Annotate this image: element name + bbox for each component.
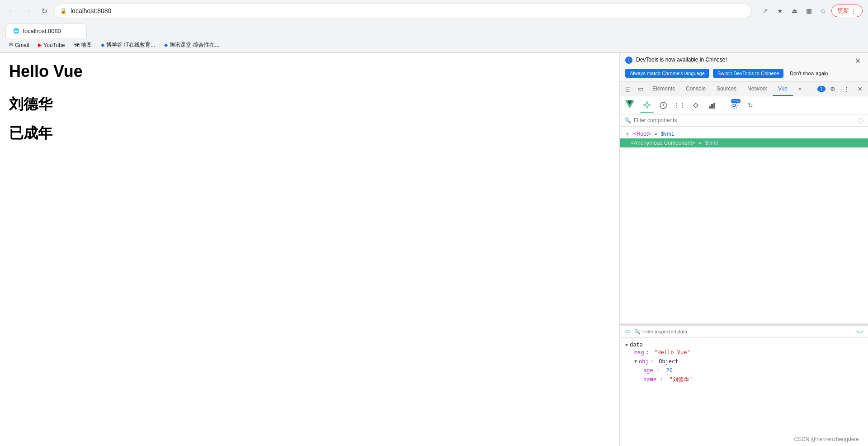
data-name-key: name	[643, 376, 656, 383]
active-tab[interactable]: 🌐 localhost:8080	[5, 24, 87, 38]
svg-rect-11	[713, 103, 715, 109]
tab-more[interactable]: »	[793, 82, 807, 96]
close-devtools-button[interactable]: ✕	[854, 83, 866, 95]
page-title: Hello Vue	[9, 62, 610, 81]
vue-settings-button[interactable]: new	[727, 98, 741, 113]
tree-item-anonymous[interactable]: <Anonymous Component> = $vm0	[620, 138, 868, 147]
tab-network[interactable]: Network	[742, 82, 773, 96]
forward-button[interactable]: →	[22, 5, 34, 17]
toolbar-separator	[723, 101, 723, 110]
bookmark-boxuegu[interactable]: ◆ 博学谷-IT在线教育...	[97, 40, 159, 50]
bookmark-boxuegu-label: 博学谷-IT在线教育...	[106, 41, 156, 49]
data-age-value: 20	[666, 367, 673, 374]
tab-favicon: 🌐	[13, 28, 19, 34]
bookmark-youtube-label: YouTube	[43, 42, 65, 48]
data-msg-colon: :	[646, 348, 652, 357]
data-msg-key: msg	[634, 348, 644, 357]
svg-rect-9	[709, 106, 711, 109]
filter-options-icon: ◯	[858, 118, 863, 123]
svg-point-12	[733, 104, 736, 107]
component-filter-input[interactable]	[634, 117, 855, 123]
data-section: ▼ data msg : "Hello Vue" ▼ obj	[625, 342, 863, 384]
inspector-filter-input[interactable]	[642, 329, 853, 334]
vue-router-button[interactable]	[689, 98, 703, 113]
account-icon[interactable]: ☺	[817, 5, 830, 17]
devtools-tab-actions: 1 ⚙ ⋮ ✕	[817, 83, 866, 95]
vue-components-button[interactable]	[640, 98, 654, 113]
data-msg-value: "Hello Vue"	[654, 348, 690, 357]
tab-title: localhost:8080	[23, 28, 61, 34]
bookmark-gmail-label: Gmail	[15, 42, 29, 48]
main-area: Hello Vue 刘德华 已成年 i DevTools is now avai…	[0, 53, 868, 446]
vue-vuex-button[interactable]: ⋮⋮	[672, 98, 687, 113]
switch-language-button[interactable]: Switch DevTools to Chinese	[713, 69, 783, 78]
data-name-value: "刘德华"	[670, 376, 692, 383]
page-content: Hello Vue 刘德华 已成年	[0, 53, 619, 446]
device-toolbar-button[interactable]: ▭	[634, 83, 647, 95]
info-icon: i	[625, 57, 632, 64]
bookmark-maps-label: 地图	[81, 41, 92, 49]
tree-root-var: $vm1	[661, 131, 674, 137]
bookmarks-bar: ✉ Gmail ▶ YouTube 🗺 地图 ◆ 博学谷-IT在线教育... ◆…	[0, 38, 868, 52]
notification-close-button[interactable]: ✕	[853, 57, 863, 65]
svg-rect-10	[711, 104, 713, 109]
data-msg-row: msg : "Hello Vue"	[625, 348, 863, 357]
vue-history-button[interactable]	[656, 98, 670, 113]
youtube-icon: ▶	[38, 42, 42, 48]
element-picker-button[interactable]: ◱	[622, 83, 634, 95]
bookmark-icon[interactable]: ★	[774, 5, 786, 17]
tab-console[interactable]: Console	[680, 82, 711, 96]
reload-button[interactable]: ↻	[38, 5, 51, 17]
tree-arrow-root: ▼	[625, 132, 630, 137]
extension-icon[interactable]: ⏏	[788, 5, 801, 17]
inspector-search-icon: 🔍	[634, 329, 641, 335]
bookmark-gmail[interactable]: ✉ Gmail	[5, 41, 33, 49]
data-section-header[interactable]: ▼ data	[625, 342, 863, 348]
bookmark-tencent[interactable]: ◆ 腾讯课堂-综合性在...	[160, 40, 223, 50]
bookmark-youtube[interactable]: ▶ YouTube	[34, 41, 68, 49]
data-age-key: age	[643, 367, 653, 374]
share-icon[interactable]: ↗	[759, 5, 772, 17]
vue-refresh-button[interactable]: ↻	[743, 98, 758, 113]
browser-titlebar: ← → ↻ 🔒 localhost:8080 ↗ ★ ⏏ ▦ ☺ 更新 ⋮	[0, 0, 868, 22]
bookmark-maps[interactable]: 🗺 地图	[71, 40, 95, 50]
more-options-icon[interactable]: ⋮	[840, 83, 853, 95]
devtools-toolbar: ◱ ▭ Elements Console Sources Network Vue	[620, 82, 868, 96]
svg-marker-8	[693, 103, 698, 108]
page-name: 刘德华	[9, 95, 610, 114]
tencent-icon: ◆	[164, 42, 168, 48]
update-button[interactable]: 更新 ⋮	[831, 5, 863, 17]
inspector-component-name: <>	[624, 328, 631, 335]
tree-root-tag: <Root>	[633, 131, 651, 137]
url-text: localhost:8080	[71, 7, 111, 14]
dismiss-button[interactable]: Don't show again	[787, 69, 830, 78]
lock-icon: 🔒	[60, 8, 67, 14]
devtools-panel: i DevTools is now available in Chinese! …	[619, 53, 868, 446]
data-name-colon: :	[660, 376, 666, 383]
settings-icon[interactable]: ⚙	[826, 83, 839, 95]
vue-filter: 🔍 ◯	[620, 114, 868, 127]
inspector-source-button[interactable]: </>	[856, 329, 863, 334]
tree-root-eq: =	[653, 131, 659, 137]
notification-buttons: Always match Chrome's language Switch De…	[625, 69, 863, 78]
devtools-tabs: Elements Console Sources Network Vue »	[647, 82, 817, 96]
data-obj-row[interactable]: ▼ obj : Object	[625, 357, 863, 366]
page-footer: CSDN @henrenzhengdere	[794, 436, 859, 442]
data-section-label: data	[630, 342, 643, 348]
vue-bar-chart-button[interactable]	[705, 98, 719, 113]
vue-devtools: ⋮⋮	[620, 96, 868, 446]
maps-icon: 🗺	[74, 43, 79, 48]
svg-point-2	[646, 104, 648, 106]
back-button[interactable]: ←	[5, 5, 18, 17]
tab-elements[interactable]: Elements	[647, 82, 680, 96]
match-language-button[interactable]: Always match Chrome's language	[625, 69, 709, 78]
address-bar[interactable]: 🔒 localhost:8080	[54, 4, 752, 18]
tab-sources[interactable]: Sources	[711, 82, 742, 96]
update-icon: ⋮	[851, 8, 857, 14]
tab-vue[interactable]: Vue	[773, 82, 793, 96]
tab-group-icon[interactable]: ▦	[802, 5, 815, 17]
tabs-bar: 🌐 localhost:8080	[0, 22, 868, 38]
tree-item-root[interactable]: ▼ <Root> = $vm1	[620, 129, 868, 138]
gmail-icon: ✉	[9, 42, 13, 48]
data-obj-label: Object	[659, 357, 678, 366]
